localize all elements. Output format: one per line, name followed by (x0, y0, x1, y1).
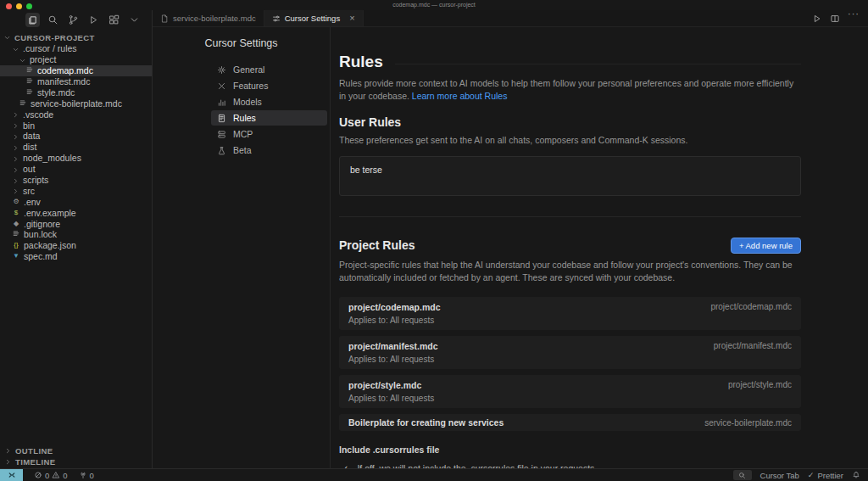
chevron-right-icon (4, 447, 12, 455)
rule-card[interactable]: project/codemap.mdcApplies to: All reque… (339, 297, 801, 330)
branch-icon (68, 14, 79, 25)
tree-item-service-boilerplate.mdc[interactable]: service-boilerplate.mdc (0, 98, 152, 109)
check-icon: ✓ (808, 471, 815, 479)
settings-nav: GeneralFeaturesModelsRulesMCPBeta (211, 62, 327, 158)
panel-timeline[interactable]: TIMELINE (0, 456, 152, 467)
split-editor-icon[interactable] (830, 14, 840, 24)
activity-search-button[interactable] (46, 13, 60, 27)
tab-cursor-settings[interactable]: Cursor Settings× (264, 10, 364, 26)
tree-item-style.mdc[interactable]: style.mdc (0, 87, 152, 98)
tree-item-project[interactable]: project (0, 54, 152, 65)
settings-nav-features[interactable]: Features (211, 78, 327, 93)
tree-item-data[interactable]: data (0, 131, 152, 142)
activity-extensions-button[interactable] (107, 13, 121, 27)
tree-item-label: .cursor / rules (23, 43, 77, 53)
project-rules-list: project/codemap.mdcApplies to: All reque… (339, 297, 801, 431)
settings-nav-label: General (233, 64, 264, 75)
rule-applies: Applies to: All requests (348, 355, 792, 364)
tree-item-.env.example[interactable]: $.env.example (0, 207, 152, 218)
rule-card[interactable]: Boilerplate for creating new servicesser… (339, 414, 801, 431)
tree-item-.vscode[interactable]: .vscode (0, 109, 152, 120)
settings-nav-models[interactable]: Models (211, 94, 327, 109)
chevron-right-icon (12, 110, 19, 118)
settings-nav-general[interactable]: General (211, 62, 327, 77)
tree-item-label: .env.example (24, 208, 76, 218)
tree-item-node-modules[interactable]: node_modules (0, 153, 152, 164)
explorer-root[interactable]: CURSOR-PROJECT (0, 32, 152, 43)
user-rules-input[interactable]: be terse (339, 156, 801, 196)
settings-nav-beta[interactable]: Beta (211, 143, 327, 158)
settings-nav-label: Rules (233, 113, 256, 123)
settings-nav-label: Models (233, 97, 262, 107)
git-file-icon: ◆ (12, 221, 20, 227)
page-title: Rules (339, 53, 383, 71)
tab-service-boilerplate.mdc[interactable]: service-boilerplate.mdc (153, 10, 264, 26)
rule-card[interactable]: project/manifest.mdcApplies to: All requ… (339, 336, 801, 369)
activity-explorer-button[interactable] (25, 13, 40, 27)
cursor-settings-page: Cursor Settings GeneralFeaturesModelsRul… (153, 27, 868, 468)
warnings-icon (52, 471, 60, 479)
panel-label: OUTLINE (15, 446, 53, 456)
more-actions-icon[interactable]: ··· (848, 14, 860, 24)
tree-item-out[interactable]: out (0, 164, 152, 175)
close-tab-icon[interactable]: × (349, 14, 354, 23)
sidebar-explorer: CURSOR-PROJECT.cursor / rulesprojectcode… (0, 10, 153, 468)
problems-indicator[interactable]: 0 0 (34, 471, 68, 480)
run-icon[interactable] (812, 14, 822, 24)
tree-item-scripts[interactable]: scripts (0, 175, 152, 186)
tree-item-label: out (23, 164, 36, 174)
cursor-tab-status[interactable]: Cursor Tab (760, 471, 799, 480)
settings-title: Cursor Settings (153, 37, 330, 49)
tab-bar: service-boilerplate.mdcCursor Settings× … (153, 10, 868, 27)
tree-item-manifest.mdc[interactable]: manifest.mdc (0, 76, 152, 87)
tree-item-label: spec.md (24, 251, 58, 261)
search-icon (47, 14, 58, 25)
titlebar: codemap.mdc — cursor-project (0, 0, 868, 10)
settings-nav-rules[interactable]: Rules (211, 110, 327, 126)
rule-card[interactable]: project/style.mdcApplies to: All request… (339, 375, 801, 408)
chevron-right-icon (12, 154, 19, 162)
remote-icon (8, 471, 16, 479)
tree-item-src[interactable]: src (0, 185, 152, 196)
server-icon (217, 130, 226, 139)
chevron-down-icon (19, 56, 26, 64)
errors-icon (34, 471, 42, 479)
panel-outline[interactable]: OUTLINE (0, 445, 152, 456)
activity-bar (0, 10, 152, 30)
prettier-status[interactable]: ✓ Prettier (808, 471, 843, 480)
activity-run-debug-button[interactable] (86, 13, 101, 27)
features-icon (217, 81, 226, 91)
tree-item-package.json[interactable]: {}package.json (0, 240, 152, 251)
notifications-bell-icon[interactable] (852, 471, 860, 479)
dollar-file-icon: $ (12, 210, 20, 216)
tree-item-spec.md[interactable]: ▼spec.md (0, 251, 152, 262)
tree-item-bin[interactable]: bin (0, 120, 152, 131)
rule-applies: Applies to: All requests (348, 394, 792, 403)
settings-nav-mcp[interactable]: MCP (211, 126, 327, 142)
chevron-right-icon (12, 132, 19, 140)
remote-indicator[interactable] (0, 469, 23, 481)
ports-indicator[interactable]: 0 (79, 471, 94, 480)
ports-icon (79, 471, 87, 479)
chevron-right-icon (4, 458, 12, 466)
project-rules-title: Project Rules (339, 238, 415, 252)
status-bar: 0 0 0 Cursor Tab ✓ Prettier (0, 468, 868, 481)
screen-reader-toggle[interactable] (733, 470, 752, 480)
tree-item-bun.lock[interactable]: bun.lock (0, 229, 152, 240)
chevron-down-icon (3, 34, 11, 42)
tree-item-.env[interactable]: ⚙.env (0, 196, 152, 207)
tree-item-.cursor-rules[interactable]: .cursor / rules (0, 43, 152, 54)
learn-more-link[interactable]: Learn more about Rules (412, 91, 508, 101)
gear-file-icon: ⚙ (12, 199, 20, 205)
add-new-rule-button[interactable]: + Add new rule (731, 238, 801, 254)
settings-nav-label: Beta (233, 145, 252, 155)
editor-area: service-boilerplate.mdcCursor Settings× … (153, 10, 868, 468)
settings-main: Rules Rules provide more context to AI m… (331, 27, 868, 468)
activity-more-views-button[interactable] (127, 13, 142, 27)
tree-item-.gitignore[interactable]: ◆.gitignore (0, 218, 152, 229)
tree-item-dist[interactable]: dist (0, 142, 152, 153)
chart-icon (217, 98, 226, 107)
activity-source-control-button[interactable] (66, 13, 81, 27)
braces-file-icon: {} (12, 242, 20, 249)
tree-item-codemap.mdc[interactable]: codemap.mdc (0, 65, 152, 76)
